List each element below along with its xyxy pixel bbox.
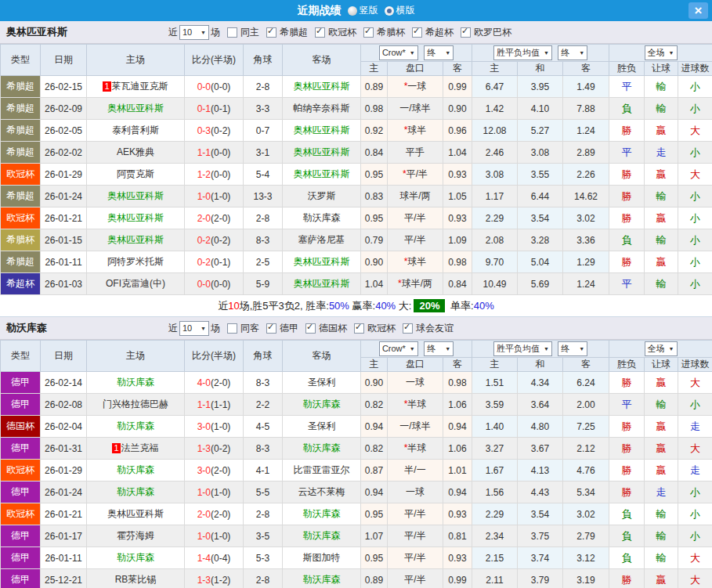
checkmark-icon: ✓ <box>461 26 468 36</box>
same-venue-label[interactable]: 同客 <box>240 322 259 335</box>
rank-badge: 1 <box>112 443 120 453</box>
avg-odds-select[interactable]: 胜平负均值▼ <box>493 341 552 356</box>
odds-away: 1.01 <box>443 460 472 482</box>
corners: 5-4 <box>244 164 283 186</box>
avg-odds-select[interactable]: 胜平负均值▼ <box>493 45 552 60</box>
odds-home: 0.89 <box>361 569 388 588</box>
handicap-text: 球半 <box>407 256 426 267</box>
odds-home: 0.87 <box>361 460 388 482</box>
avg-home-odds: 2.34 <box>472 525 518 547</box>
same-venue-checkbox[interactable] <box>227 323 237 334</box>
match-count-value: 10 <box>183 27 192 37</box>
home-team-name: 勒沃库森 <box>117 377 154 388</box>
corners: 2-8 <box>244 207 283 229</box>
avg-final-select[interactable]: 终▼ <box>558 45 587 60</box>
league-checkbox[interactable]: ✓ <box>315 27 325 38</box>
match-date: 26-01-24 <box>41 186 87 207</box>
corners: 2-8 <box>244 76 283 98</box>
result-goals: 走 <box>678 416 712 438</box>
radio-unselected-icon[interactable] <box>348 6 357 16</box>
league-checkbox[interactable]: ✓ <box>403 323 413 334</box>
avg-draw-odds: 3.79 <box>518 569 563 588</box>
league-checkbox[interactable]: ✓ <box>461 27 471 38</box>
league-badge: 希腊超 <box>1 186 40 207</box>
fulltime-score: 2-0 <box>197 509 211 520</box>
fullgame-select[interactable]: 全场▼ <box>645 341 678 356</box>
same-venue-checkbox[interactable] <box>227 27 237 38</box>
handicap: 平/半 <box>388 207 443 229</box>
matches-table: 类型 日期 主场 比分(半场) 角球 客场 Crow*▼ 终▼ 胜平负均值▼ 终… <box>0 340 712 588</box>
corners: 2-5 <box>244 251 283 273</box>
avg-home-odds: 1.42 <box>472 98 518 120</box>
away-team: 勒沃库森 <box>283 394 361 416</box>
checkmark-icon: ✓ <box>316 26 323 36</box>
subcol-handicap-result: 让球 <box>645 62 678 76</box>
league-filter-label[interactable]: 希腊杯 <box>377 26 405 39</box>
league-cell: 希腊超 <box>1 251 41 273</box>
subcol-odds-away: 客 <box>443 358 472 372</box>
layout-radio-vertical[interactable]: 竖版 <box>348 4 378 17</box>
league-filter-label[interactable]: 欧冠杯 <box>367 322 396 335</box>
radio-selected-icon[interactable] <box>385 6 394 16</box>
handicap: *球半 <box>388 120 443 142</box>
match-count-select[interactable]: 10▼ <box>179 25 209 40</box>
league-filter-label[interactable]: 欧冠杯 <box>328 26 356 39</box>
match-date: 26-01-11 <box>41 251 87 273</box>
match-score: 4-0(2-0) <box>185 372 244 394</box>
league-filter-label[interactable]: 德国杯 <box>319 322 347 335</box>
odds-final-select[interactable]: 终▼ <box>424 45 454 60</box>
handicap-text: 平/半 <box>404 530 425 541</box>
close-button[interactable]: × <box>689 2 708 19</box>
league-checkbox[interactable]: ✓ <box>363 27 374 38</box>
league-badge: 德甲 <box>1 438 40 459</box>
summary-part: 50% <box>329 300 349 312</box>
subcol-avg-draw: 和 <box>518 62 563 76</box>
layout-radio-horizontal[interactable]: 横版 <box>385 4 415 17</box>
odds-final-select[interactable]: 终▼ <box>424 341 454 356</box>
avg-away-odds: 1.24 <box>563 120 609 142</box>
league-checkbox[interactable]: ✓ <box>266 27 276 38</box>
match-count-select[interactable]: 10▼ <box>179 321 209 336</box>
same-venue-label[interactable]: 同主 <box>240 26 259 39</box>
result-goals: 大 <box>678 438 712 460</box>
layout-horizontal-label[interactable]: 横版 <box>396 4 415 17</box>
home-team-name: 法兰克福 <box>121 442 159 453</box>
league-checkbox[interactable]: ✓ <box>305 323 316 334</box>
league-filter-label[interactable]: 欧罗巴杯 <box>474 26 511 39</box>
odds-company-select[interactable]: Crow*▼ <box>379 45 418 60</box>
league-checkbox[interactable]: ✓ <box>412 27 422 38</box>
match-date: 26-01-29 <box>41 164 87 186</box>
league-filter-label[interactable]: 希超杯 <box>425 26 454 39</box>
league-checkbox[interactable]: ✓ <box>354 323 364 334</box>
league-filter-label[interactable]: 球会友谊 <box>416 322 454 335</box>
odds-company-select[interactable]: Crow*▼ <box>379 341 418 356</box>
avg-home-odds: 1.17 <box>472 186 518 207</box>
league-filter-label[interactable]: 德甲 <box>280 322 298 335</box>
avg-final-select[interactable]: 终▼ <box>558 341 587 356</box>
col-header-date: 日期 <box>41 45 87 76</box>
league-badge: 欧冠杯 <box>1 503 40 525</box>
result-handicap: 贏 <box>645 460 678 482</box>
odds-group-header: Crow*▼ 终▼ <box>361 45 472 62</box>
result-outcome: 勝 <box>609 164 645 186</box>
away-team: 圣保利 <box>283 416 361 438</box>
match-row: 希腊超26-01-24奥林匹亚科斯1-0(1-0)13-3沃罗斯0.83球半/两… <box>1 186 712 207</box>
match-row: 德甲26-02-08门兴格拉德巴赫1-1(1-1)2-2勒沃库森0.82*半球1… <box>1 394 712 416</box>
avg-draw-odds: 3.55 <box>518 164 563 186</box>
away-team-name: 圣保利 <box>308 420 336 431</box>
fullgame-select[interactable]: 全场▼ <box>645 45 678 60</box>
home-team-name: 阿贾克斯 <box>117 168 154 179</box>
match-row: 希腊超26-01-11阿特罗米托斯0-2(0-1)2-5奥林匹亚科斯0.90*球… <box>1 251 712 273</box>
league-checkbox[interactable]: ✓ <box>266 323 276 334</box>
league-filter-label[interactable]: 希腊超 <box>280 26 308 39</box>
avg-draw-odds: 5.27 <box>518 120 563 142</box>
home-team: AEK雅典 <box>87 142 185 164</box>
odds-home: 0.83 <box>361 186 388 207</box>
odds-group-header: Crow*▼ 终▼ <box>361 341 472 358</box>
match-row: 德甲26-01-11勒沃库森1-4(0-4)5-3斯图加特0.95平/半0.93… <box>1 547 712 569</box>
subcol-avg-away: 客 <box>563 62 609 76</box>
avg-draw-odds: 3.67 <box>518 438 563 460</box>
league-cell: 德甲 <box>1 372 41 394</box>
layout-vertical-label[interactable]: 竖版 <box>360 4 378 17</box>
match-score: 3-0(1-0) <box>185 416 244 438</box>
